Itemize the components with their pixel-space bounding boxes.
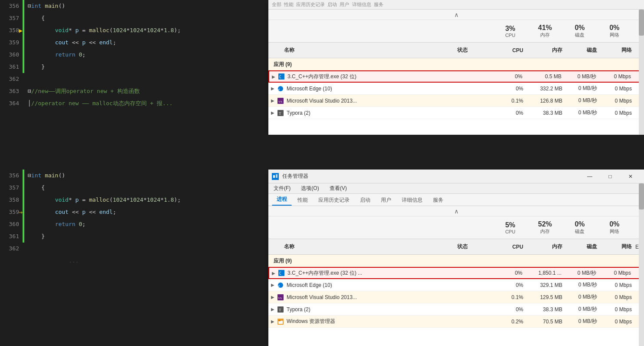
col-status-header[interactable]: 状态 bbox=[457, 243, 492, 250]
code-line-361: 361 } bbox=[0, 61, 268, 73]
svg-text:T: T bbox=[279, 111, 281, 116]
disk-percentage: 0% bbox=[575, 24, 585, 32]
expand-button[interactable]: ▶ bbox=[268, 303, 277, 316]
process-net: 0 Mbps bbox=[601, 110, 635, 116]
expand-button[interactable]: ▶ bbox=[269, 267, 278, 279]
process-row-cpp[interactable]: ▶ C 3.C_C++内存管理.exe (32 位) ... 0% 1,850.… bbox=[268, 267, 644, 279]
tab-processes[interactable]: 进程 bbox=[272, 193, 292, 206]
process-row-typora[interactable]: ▶ T Typora (2) 0% 38.3 MB 0 MB/秒 0 Mbps bbox=[268, 107, 644, 119]
code-line-357: 357 { bbox=[0, 12, 268, 24]
window-controls[interactable]: — □ ✕ bbox=[580, 170, 641, 183]
tab-services[interactable]: 服务 bbox=[428, 194, 448, 206]
taskman-top: 全部 性能 应用历史记录 启动 用户 详细信息 服务 ∧ 3% CPU 41% … bbox=[268, 0, 644, 135]
process-cpu: 0% bbox=[491, 270, 526, 276]
process-mem: 0.5 MB bbox=[526, 73, 565, 80]
process-row-explorer[interactable]: ▶ Windows 资源管理器 0.2% 70.5 MB 0 MB/秒 0 Mb… bbox=[268, 316, 644, 328]
col-mem-header[interactable]: 内存 bbox=[527, 243, 566, 250]
process-net: 0 Mbps bbox=[601, 294, 635, 300]
line-number: 357 bbox=[0, 182, 23, 194]
mem-perf-col: 52% 内存 bbox=[528, 220, 562, 235]
line-content: │//operator new —— malloc动态内存空间 + 报... bbox=[24, 97, 268, 110]
line-number: 362 bbox=[0, 73, 23, 85]
code-line-363-faint: ... bbox=[0, 255, 268, 267]
menu-view[interactable]: 查看(V) bbox=[328, 184, 349, 193]
process-row-typora[interactable]: ▶ T Typora (2) 0% 38.3 MB 0 MB/秒 0 Mbps bbox=[268, 303, 644, 316]
mem-perf-col: 41% 内存 bbox=[528, 24, 562, 38]
process-net: 0 Mbps bbox=[601, 319, 635, 325]
minimize-button[interactable]: — bbox=[580, 170, 600, 183]
expand-button[interactable]: ▶ bbox=[268, 95, 277, 107]
process-mem: 329.1 MB bbox=[527, 282, 566, 288]
process-row-edge[interactable]: ▶ e Microsoft Edge (10) 0% 329.1 MB 0 MB… bbox=[268, 279, 644, 291]
process-row-vs[interactable]: ▶ VS Microsoft Visual Studio 2013... 0.1… bbox=[268, 291, 644, 303]
menu-file[interactable]: 文件(F) bbox=[272, 184, 292, 193]
col-name-header[interactable]: 名称 bbox=[268, 243, 457, 250]
maximize-button[interactable]: □ bbox=[600, 170, 620, 183]
perf-stats-row: 5% CPU 52% 内存 0% 磁盘 0% 网络 bbox=[268, 216, 644, 239]
col-name-header[interactable]: 名称 bbox=[268, 47, 457, 54]
process-name: Microsoft Edge (10) bbox=[287, 282, 457, 288]
sort-area[interactable]: ∧ bbox=[268, 206, 644, 216]
expand-button[interactable]: ▶ bbox=[268, 316, 277, 328]
code-line-360: 360 return 0; bbox=[0, 49, 268, 61]
expand-button[interactable]: ▶ bbox=[268, 107, 277, 119]
line-number: 360 bbox=[0, 49, 23, 61]
process-name: Windows 资源管理器 bbox=[287, 318, 457, 325]
process-disk: 0 MB/秒 bbox=[565, 269, 600, 277]
column-headers: 名称 状态 CPU 内存 磁盘 网络 bbox=[268, 43, 644, 58]
process-row-edge[interactable]: ▶ e Microsoft Edge (10) 0% 332.2 MB 0 MB… bbox=[268, 83, 644, 95]
svg-rect-20 bbox=[278, 321, 283, 324]
menu-options[interactable]: 选项(O) bbox=[299, 184, 320, 193]
net-percentage: 0% bbox=[609, 24, 619, 32]
edge-icon: e bbox=[277, 85, 284, 92]
scrollbar-thumb[interactable] bbox=[639, 183, 644, 210]
tab-users[interactable]: 用户 bbox=[376, 194, 396, 206]
sort-area[interactable]: ∧ bbox=[268, 10, 644, 20]
col-status-header[interactable]: 状态 bbox=[457, 47, 492, 54]
code-line-357: 357 { bbox=[0, 182, 268, 194]
mem-label: 内存 bbox=[540, 32, 550, 38]
tab-startup[interactable]: 启动 bbox=[355, 194, 375, 206]
col-cpu-header[interactable]: CPU bbox=[492, 47, 527, 53]
process-row-vs[interactable]: ▶ VS Microsoft Visual Studio 2013... 0.1… bbox=[268, 95, 644, 107]
scrollbar[interactable] bbox=[639, 183, 644, 346]
col-net-header[interactable]: 网络 bbox=[601, 47, 635, 54]
tab-performance[interactable]: 性能 bbox=[293, 194, 313, 206]
expand-button[interactable]: ▶ bbox=[268, 83, 277, 95]
process-disk: 0 MB/秒 bbox=[566, 281, 601, 289]
process-row-cpp[interactable]: ▶ C 3.C_C++内存管理.exe (32 位) 0% 0.5 MB 0 M… bbox=[268, 70, 644, 83]
sort-arrow-icon[interactable]: ∧ bbox=[454, 11, 459, 18]
tab-app-history[interactable]: 应用历史记录 bbox=[314, 194, 354, 206]
disk-label: 磁盘 bbox=[575, 32, 585, 38]
disk-percentage: 0% bbox=[575, 220, 585, 228]
scrollbar[interactable] bbox=[639, 10, 644, 135]
line-number: 359 bbox=[0, 37, 23, 49]
sort-arrow-icon[interactable]: ∧ bbox=[454, 208, 459, 215]
expand-button[interactable]: ▶ bbox=[269, 70, 278, 83]
col-disk-header[interactable]: 磁盘 bbox=[566, 243, 601, 250]
col-mem-header[interactable]: 内存 bbox=[527, 47, 566, 54]
tab-bar: 进程 性能 应用历史记录 启动 用户 详细信息 服务 bbox=[268, 194, 644, 206]
expand-button[interactable]: ▶ bbox=[268, 279, 277, 291]
code-line-364: 364 │//operator new —— malloc动态内存空间 + 报.… bbox=[0, 97, 268, 110]
line-number: 356 bbox=[0, 0, 23, 12]
svg-text:e: e bbox=[278, 284, 280, 288]
explorer-icon bbox=[277, 318, 284, 325]
code-line-356: 356 ⊟int main() bbox=[0, 170, 268, 182]
line-content bbox=[24, 243, 268, 255]
col-net-header[interactable]: 网络 bbox=[601, 243, 635, 250]
close-button[interactable]: ✕ bbox=[621, 170, 641, 183]
col-cpu-header[interactable]: CPU bbox=[492, 244, 527, 250]
line-content: { bbox=[24, 182, 268, 194]
svg-rect-9 bbox=[273, 175, 275, 178]
mem-percentage: 41% bbox=[538, 24, 552, 32]
process-name: Microsoft Visual Studio 2013... bbox=[287, 98, 457, 104]
scrollbar-thumb[interactable] bbox=[639, 10, 644, 36]
line-content: ... bbox=[24, 255, 268, 267]
tab-details[interactable]: 详细信息 bbox=[397, 194, 427, 206]
process-mem: 332.2 MB bbox=[527, 86, 566, 92]
col-disk-header[interactable]: 磁盘 bbox=[566, 47, 601, 54]
expand-button[interactable]: ▶ bbox=[268, 291, 277, 303]
process-cpu: 0% bbox=[492, 86, 527, 92]
code-line-356: 356 ⊟int main() bbox=[0, 0, 268, 12]
